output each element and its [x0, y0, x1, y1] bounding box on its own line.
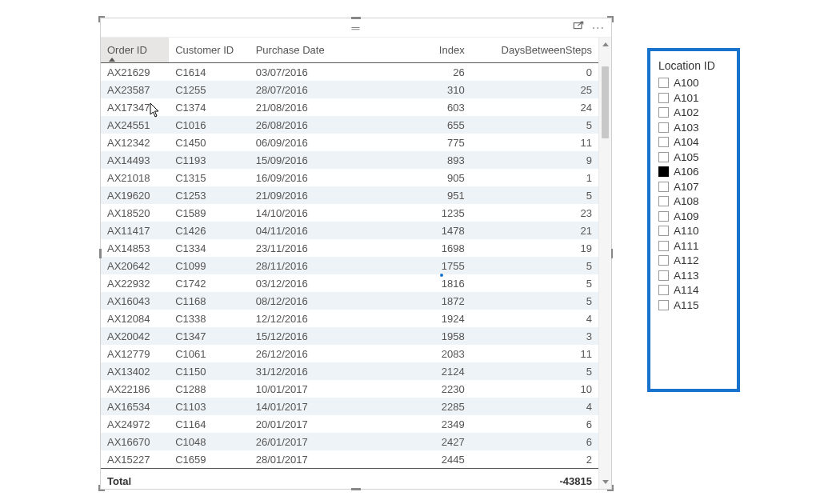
- table-row[interactable]: AX11417C142604/11/2016147821: [101, 222, 598, 239]
- slicer-item[interactable]: A107: [658, 181, 729, 193]
- checkbox-icon[interactable]: [658, 93, 669, 103]
- cell-days_between_steps: 24: [471, 98, 598, 116]
- cell-days_between_steps: 5: [471, 116, 598, 134]
- resize-handle-bl[interactable]: [98, 485, 105, 491]
- table-row[interactable]: AX17347C137421/08/201660324: [101, 98, 598, 116]
- resize-handle-left[interactable]: [99, 249, 102, 258]
- table-row[interactable]: AX22186C128810/01/2017223010: [101, 380, 598, 398]
- checkbox-icon[interactable]: [658, 241, 669, 251]
- table-row[interactable]: AX14493C119315/09/20168939: [101, 151, 598, 169]
- slicer-item[interactable]: A108: [658, 195, 729, 207]
- slicer-item[interactable]: A113: [658, 270, 729, 282]
- scroll-thumb[interactable]: [602, 66, 609, 138]
- cell-days_between_steps: 5: [471, 274, 598, 292]
- table-visual[interactable]: ═ ··· Order IDCustomer IDPurchase DateIn…: [100, 18, 612, 490]
- table-row[interactable]: AX22932C174203/12/201618165: [101, 274, 598, 292]
- table-row[interactable]: AX14853C133423/11/2016169819: [101, 239, 598, 257]
- slicer-item[interactable]: A100: [658, 77, 729, 89]
- slicer-item-label: A106: [674, 166, 699, 178]
- slicer-item[interactable]: A114: [658, 284, 729, 296]
- slicer-item[interactable]: A103: [658, 122, 729, 134]
- table-row[interactable]: AX21629C161403/07/2016260: [101, 63, 598, 82]
- checkbox-icon[interactable]: [658, 300, 669, 310]
- table-row[interactable]: AX23587C125528/07/201631025: [101, 81, 598, 98]
- table-row[interactable]: AX15227C165928/01/201724452: [101, 450, 598, 469]
- slicer-item[interactable]: A115: [658, 299, 729, 311]
- resize-handle-tr[interactable]: [607, 16, 614, 22]
- slicer-item[interactable]: A102: [658, 106, 729, 118]
- cell-purchase_date: 12/12/2016: [250, 310, 373, 327]
- slicer-item-label: A110: [674, 225, 699, 237]
- resize-handle-bottom[interactable]: [351, 488, 361, 490]
- resize-handle-tl[interactable]: [98, 16, 105, 22]
- table-row[interactable]: AX24972C116420/01/201723496: [101, 415, 598, 433]
- table-row[interactable]: AX18520C158914/10/2016123523: [101, 204, 598, 222]
- column-header-customer_id[interactable]: Customer ID: [169, 38, 250, 63]
- table-row[interactable]: AX12342C145006/09/201677511: [101, 134, 598, 151]
- table-row[interactable]: AX16043C116808/12/201618725: [101, 292, 598, 310]
- scroll-up-icon[interactable]: [602, 42, 609, 46]
- slicer-item[interactable]: A109: [658, 210, 729, 222]
- slicer-item[interactable]: A110: [658, 225, 729, 237]
- table-row[interactable]: AX20642C109928/11/201617555: [101, 257, 598, 274]
- slicer-item[interactable]: A112: [658, 254, 729, 266]
- cell-order_id: AX14853: [101, 239, 169, 257]
- sort-ascending-icon: [109, 58, 115, 62]
- checkbox-icon[interactable]: [658, 78, 669, 88]
- table-row[interactable]: AX20042C134715/12/201619583: [101, 327, 598, 345]
- checkbox-icon[interactable]: [658, 211, 669, 222]
- scroll-down-icon[interactable]: [602, 480, 609, 484]
- cell-customer_id: C1253: [169, 186, 250, 204]
- table-row[interactable]: AX13402C115031/12/201621245: [101, 362, 598, 380]
- checkbox-icon[interactable]: [658, 196, 669, 206]
- cell-days_between_steps: 6: [471, 433, 598, 450]
- checkbox-icon[interactable]: [658, 166, 669, 177]
- checkbox-icon[interactable]: [658, 270, 669, 281]
- cell-index: 26: [373, 63, 471, 82]
- checkbox-icon[interactable]: [658, 137, 669, 147]
- more-options-icon[interactable]: ···: [592, 21, 605, 35]
- table-row[interactable]: AX16670C104826/01/201724276: [101, 433, 598, 450]
- cell-index: 2285: [373, 398, 471, 415]
- table-row[interactable]: AX24551C101626/08/20166555: [101, 116, 598, 134]
- slicer-item[interactable]: A104: [658, 136, 729, 148]
- cell-order_id: AX15227: [101, 450, 169, 469]
- table-row[interactable]: AX12084C133812/12/201619244: [101, 310, 598, 327]
- vertical-scrollbar[interactable]: [598, 38, 611, 489]
- column-header-days_between_steps[interactable]: DaysBetweenSteps: [471, 38, 598, 63]
- table-row[interactable]: AX21018C131516/09/20169051: [101, 169, 598, 186]
- slicer-item[interactable]: A105: [658, 151, 729, 163]
- cell-days_between_steps: 5: [471, 186, 598, 204]
- column-header-index[interactable]: Index: [373, 38, 471, 63]
- cell-days_between_steps: 11: [471, 134, 598, 151]
- checkbox-icon[interactable]: [658, 255, 669, 266]
- table-row[interactable]: AX16534C110314/01/201722854: [101, 398, 598, 415]
- column-header-label: Customer ID: [175, 44, 234, 56]
- cell-customer_id: C1374: [169, 98, 250, 116]
- column-header-order_id[interactable]: Order ID: [101, 38, 169, 63]
- slicer-item[interactable]: A101: [658, 92, 729, 104]
- column-header-purchase_date[interactable]: Purchase Date: [250, 38, 373, 63]
- cell-customer_id: C1099: [169, 257, 250, 274]
- focus-mode-icon[interactable]: [573, 21, 584, 34]
- table-row[interactable]: AX19620C125321/09/20169515: [101, 186, 598, 204]
- data-table: Order IDCustomer IDPurchase DateIndexDay…: [101, 38, 598, 489]
- cell-index: 2445: [373, 450, 471, 469]
- checkbox-icon[interactable]: [658, 107, 669, 118]
- cell-index: 905: [373, 169, 471, 186]
- cell-index: 1958: [373, 327, 471, 345]
- checkbox-icon[interactable]: [658, 122, 669, 133]
- resize-handle-top[interactable]: [351, 17, 361, 19]
- table-row[interactable]: AX12779C106126/12/2016208311: [101, 345, 598, 362]
- slicer-item[interactable]: A111: [658, 240, 729, 252]
- checkbox-icon[interactable]: [658, 152, 669, 162]
- column-header-label: Index: [439, 44, 465, 56]
- checkbox-icon[interactable]: [658, 182, 669, 192]
- drag-handle-icon[interactable]: ═: [352, 22, 361, 34]
- cell-index: 1235: [373, 204, 471, 222]
- location-slicer[interactable]: Location ID A100A101A102A103A104A105A106…: [647, 48, 740, 392]
- cell-customer_id: C1016: [169, 116, 250, 134]
- checkbox-icon[interactable]: [658, 226, 669, 236]
- slicer-item[interactable]: A106: [658, 166, 729, 178]
- checkbox-icon[interactable]: [658, 285, 669, 295]
